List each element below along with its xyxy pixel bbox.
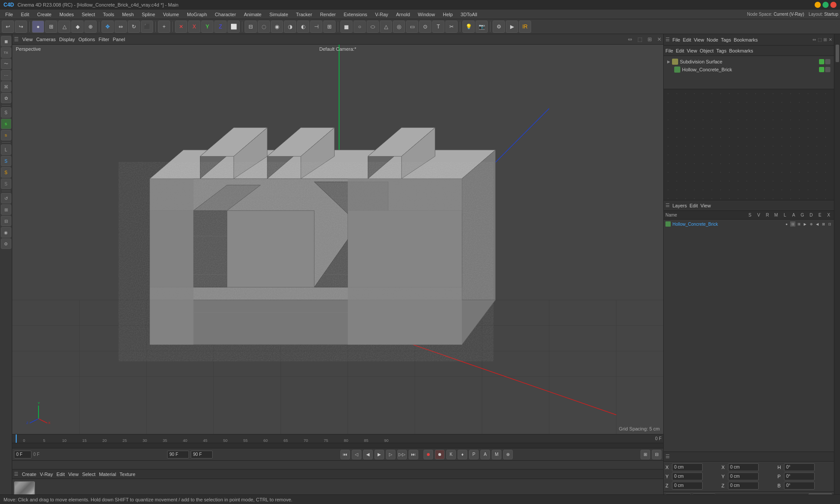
rotate-tool-button[interactable]: ↻: [128, 21, 140, 33]
model-mode-button[interactable]: ●: [32, 21, 44, 33]
play-fwd-btn[interactable]: ▷: [386, 450, 396, 459]
coords-menu-icon[interactable]: ☰: [665, 454, 670, 459]
selection-filter-button[interactable]: ⊟: [245, 21, 257, 33]
sidebar-settings-btn[interactable]: ⚙: [1, 238, 11, 249]
knife-button[interactable]: ✂: [445, 21, 458, 33]
cube-button[interactable]: ◼: [340, 21, 353, 33]
sidebar-pen-btn[interactable]: L: [1, 144, 11, 155]
layer-icon-1[interactable]: ●: [784, 221, 789, 227]
viewport-menu-cameras[interactable]: Cameras: [36, 37, 56, 42]
lasso-button[interactable]: ◌: [258, 21, 270, 33]
obj-vis-btn[interactable]: [819, 59, 824, 64]
sidebar-s2-btn[interactable]: S: [1, 167, 11, 178]
menu-character[interactable]: Character: [211, 11, 239, 18]
torus-button[interactable]: ◎: [393, 21, 405, 33]
sidebar-grid-btn[interactable]: ⊞: [1, 204, 11, 215]
timeline-pos-btn[interactable]: ⊕: [503, 450, 513, 459]
menu-extensions[interactable]: Extensions: [340, 11, 371, 18]
total-frame-input[interactable]: [191, 451, 213, 458]
layer-icon-7[interactable]: ⊠: [821, 221, 826, 227]
world-button[interactable]: ⬜: [228, 21, 240, 33]
end-frame-display[interactable]: [167, 451, 189, 458]
layer-icon-3[interactable]: ⊞: [796, 221, 802, 227]
viewport-menu-view[interactable]: View: [22, 37, 33, 42]
layer-icon-6[interactable]: ◀: [815, 221, 820, 227]
obj-lock-btn[interactable]: [825, 59, 830, 64]
move-tool-button[interactable]: ✥: [102, 21, 114, 33]
menu-select[interactable]: Select: [78, 11, 99, 18]
rtop-menu-view[interactable]: View: [694, 37, 704, 42]
menu-mesh[interactable]: Mesh: [119, 11, 137, 18]
menu-volume[interactable]: Volume: [160, 11, 183, 18]
sidebar-dot-btn[interactable]: ◉: [1, 227, 11, 238]
object-axis-button[interactable]: ⊕: [84, 21, 97, 33]
mesh-mode-button[interactable]: ⊞: [45, 21, 57, 33]
scale-tool-button[interactable]: ⇔: [115, 21, 127, 33]
layer-icon-5[interactable]: ⊕: [808, 221, 814, 227]
layer-item-brick[interactable]: Hollow_Concrete_Brick ● ⊟ ⊞ ▶ ⊕ ◀ ⊠ ⊡: [664, 220, 834, 228]
render-settings-button[interactable]: ⚙: [493, 21, 505, 33]
coord-h-input[interactable]: [784, 463, 815, 471]
right-scrollbar[interactable]: [836, 45, 839, 62]
rtop-menu-tags[interactable]: Tags: [721, 37, 731, 42]
obj-menu-bookmarks[interactable]: Bookmarks: [729, 48, 753, 53]
sidebar-move-btn[interactable]: S: [1, 107, 11, 118]
layers-menu-edit[interactable]: Edit: [690, 203, 698, 208]
timeline-track-area[interactable]: [12, 443, 663, 448]
viewport-layout-btn[interactable]: ⊞: [648, 36, 652, 42]
menu-mograph[interactable]: MoGraph: [183, 11, 210, 18]
obj-menu-edit[interactable]: Edit: [676, 48, 684, 53]
paint-button[interactable]: ◉: [271, 21, 283, 33]
close-button[interactable]: [830, 2, 836, 8]
mat-menu-texture[interactable]: Texture: [119, 472, 135, 477]
sweep-button[interactable]: ⊙: [419, 21, 431, 33]
minimize-button[interactable]: [815, 2, 821, 8]
coord-z2-input[interactable]: [728, 482, 759, 490]
add-button[interactable]: +: [158, 21, 170, 33]
viewport-menu-display[interactable]: Display: [59, 37, 75, 42]
auto-key-btn[interactable]: ⏺: [435, 450, 444, 459]
layer-icon-8[interactable]: ⊡: [827, 221, 832, 227]
coord-b-input[interactable]: [784, 482, 815, 490]
sidebar-sculpt-btn[interactable]: ✿: [1, 93, 11, 103]
play-btn[interactable]: ▶: [374, 450, 384, 459]
timeline-mode1-btn[interactable]: ⊞: [640, 450, 650, 459]
mat-menu-create[interactable]: Create: [22, 472, 36, 477]
record-btn[interactable]: ⏺: [424, 450, 433, 459]
transform-tool-button[interactable]: ⬛: [141, 21, 153, 33]
plane-button[interactable]: ▭: [406, 21, 418, 33]
obj-menu-object[interactable]: Object: [700, 48, 714, 53]
goto-end-btn[interactable]: ⏭: [409, 450, 418, 459]
undo-button[interactable]: ↩: [2, 21, 14, 33]
maximize-button[interactable]: [822, 2, 829, 8]
viewport-menu-icon[interactable]: ☰: [14, 36, 19, 42]
mat-menu-view[interactable]: View: [68, 472, 79, 477]
viewport[interactable]: Perspective Default Camera:* Grid Spacin…: [12, 45, 663, 434]
menu-file[interactable]: File: [2, 11, 17, 18]
menu-spline[interactable]: Spline: [138, 11, 159, 18]
menu-edit[interactable]: Edit: [18, 11, 33, 18]
viewport-fullscreen-btn[interactable]: ⬚: [637, 36, 642, 42]
timeline-marker-btn[interactable]: ♦: [458, 450, 467, 459]
obj-menu-view[interactable]: View: [687, 48, 697, 53]
sidebar-s1-btn[interactable]: S: [1, 156, 11, 166]
timeline-param-btn[interactable]: P: [469, 450, 479, 459]
next-frame-btn[interactable]: ▷▷: [397, 450, 407, 459]
menu-vray[interactable]: V-Ray: [371, 11, 392, 18]
menu-render[interactable]: Render: [316, 11, 339, 18]
mat-menu-select[interactable]: Select: [82, 472, 96, 477]
soft-select-button[interactable]: ◑: [284, 21, 296, 33]
obj-brick-lock-btn[interactable]: [825, 67, 830, 72]
obj-menu-tags[interactable]: Tags: [716, 48, 726, 53]
coord-y-input[interactable]: [672, 472, 703, 480]
mat-menu-material[interactable]: Material: [99, 472, 116, 477]
coord-x2-input[interactable]: [728, 463, 759, 471]
coord-z-input[interactable]: [672, 482, 703, 490]
rtop-menu-bookmarks[interactable]: Bookmarks: [734, 37, 758, 42]
cone-button[interactable]: △: [380, 21, 392, 33]
menu-arnold[interactable]: Arnold: [392, 11, 413, 18]
rtop-menu-edit[interactable]: Edit: [683, 37, 691, 42]
redo-button[interactable]: ↪: [15, 21, 27, 33]
layer-icon-2[interactable]: ⊟: [790, 221, 795, 227]
rtop-menu-node[interactable]: Node: [707, 37, 718, 42]
